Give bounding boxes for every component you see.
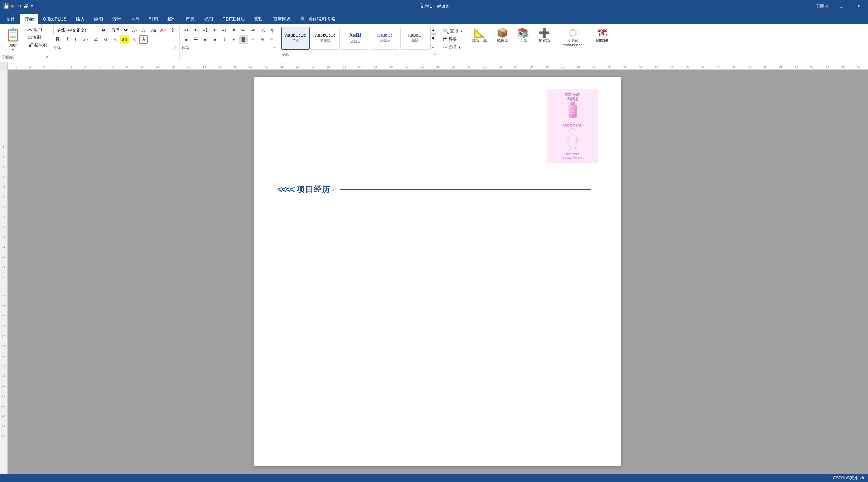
undo-icon[interactable]: ↩ bbox=[11, 3, 16, 9]
superscript-button[interactable]: x2 bbox=[101, 35, 110, 44]
image-text2: 1980 bbox=[567, 96, 578, 102]
select-button[interactable]: ⊹ 选择 ▼ bbox=[441, 44, 465, 51]
font-section: 等线 (中文正文) 五号 A+ A- Aa A✕ 文 B I U abc bbox=[51, 26, 180, 60]
multilevel-list-button[interactable]: ≡↑ bbox=[220, 26, 228, 34]
maximize-button[interactable]: □ bbox=[833, 0, 850, 12]
number-dropdown[interactable]: ▼ bbox=[211, 26, 219, 34]
decrease-indent-button[interactable]: ⇤ bbox=[239, 26, 248, 34]
font-color-button[interactable]: A bbox=[130, 35, 138, 44]
text-effect-button[interactable]: A bbox=[111, 35, 119, 44]
style-no-space[interactable]: AaBbCcDc 无间隔 bbox=[311, 27, 340, 50]
tab-design[interactable]: 设计 bbox=[108, 14, 126, 24]
replace-button[interactable]: ⇄ 替换 bbox=[441, 36, 465, 43]
clipboard-expand[interactable]: ↗ bbox=[45, 55, 49, 59]
clear-format-button[interactable]: A✕ bbox=[159, 26, 167, 34]
tab-pdf-tools[interactable]: PDF工具集 bbox=[218, 14, 250, 24]
find-button[interactable]: 🔍 查找 ▼ bbox=[441, 28, 465, 35]
italic-button[interactable]: I bbox=[63, 35, 71, 44]
paragraph-mark: ↵ bbox=[332, 187, 337, 193]
template-store-button[interactable]: 📦 模板库 bbox=[494, 26, 510, 45]
font-shrink-button[interactable]: A- bbox=[140, 26, 148, 34]
window-title: 文档1 - Word bbox=[419, 3, 449, 10]
borders-button[interactable]: ⊞ bbox=[258, 35, 267, 44]
paste-button[interactable]: 📋 粘贴 ▼ bbox=[2, 26, 24, 53]
para-row-2: ≡ ☰ ≡ ≡ ↕ ▼ ▓ ▼ ⊞ ▼ bbox=[182, 35, 276, 44]
line-spacing-dropdown[interactable]: ▼ bbox=[230, 35, 238, 44]
align-left-button[interactable]: ≡ bbox=[182, 35, 190, 44]
sort-button[interactable]: ↕A bbox=[258, 26, 267, 34]
font-family-select[interactable]: 等线 (中文正文) bbox=[53, 26, 107, 34]
line-spacing-button[interactable]: ↕ bbox=[220, 35, 228, 44]
bullet-list-button[interactable]: ≡• bbox=[182, 26, 190, 34]
multilevel-dropdown[interactable]: ▼ bbox=[230, 26, 238, 34]
highlight-button[interactable]: ab bbox=[120, 35, 129, 44]
tab-references[interactable]: 引用 bbox=[144, 14, 163, 24]
underline-button[interactable]: U bbox=[73, 35, 81, 44]
font-grow-button[interactable]: A+ bbox=[130, 26, 139, 34]
tab-officeplus[interactable]: OfficePLUS bbox=[38, 14, 71, 24]
tab-file[interactable]: 文件 bbox=[2, 14, 20, 24]
show-marks-button[interactable]: ¶ bbox=[268, 26, 276, 34]
subscript-button[interactable]: x2 bbox=[92, 35, 100, 44]
redo-icon[interactable]: ↪ bbox=[17, 3, 22, 9]
tab-opsearch[interactable]: 🔍 操作说明搜索 bbox=[296, 14, 340, 24]
document-page[interactable]: start with 1980 bbox=[254, 77, 621, 466]
doc-library-button[interactable]: 📚 文库 bbox=[515, 26, 531, 45]
document-body-space[interactable] bbox=[277, 198, 591, 313]
mindjet-button[interactable]: 🗺 Mindjet bbox=[594, 26, 611, 44]
paragraph-expand[interactable]: ↗ bbox=[273, 45, 276, 49]
font-size-select[interactable]: 五号 bbox=[108, 26, 129, 34]
tab-review[interactable]: 审阅 bbox=[181, 14, 199, 24]
bold-button[interactable]: B bbox=[53, 35, 62, 44]
para-row-1: ≡• ▼ ≡1 ▼ ≡↑ ▼ ⇤ ⇥ ↕A ¶ bbox=[182, 26, 276, 34]
tab-draw[interactable]: 绘图 bbox=[89, 14, 108, 24]
font-expand[interactable]: ↗ bbox=[174, 45, 177, 49]
align-center-button[interactable]: ☰ bbox=[191, 35, 200, 44]
tab-view[interactable]: 视图 bbox=[199, 14, 218, 24]
document-image-content: start with 1980 bbox=[547, 89, 598, 163]
save-icon[interactable]: 💾 bbox=[3, 3, 10, 9]
style-heading1[interactable]: AaBl 标题 1 bbox=[341, 27, 369, 50]
layout-tool-button[interactable]: 📐 排版工具 bbox=[470, 26, 489, 45]
borders-dropdown[interactable]: ▼ bbox=[268, 35, 276, 44]
heading-line bbox=[340, 189, 591, 190]
cut-button[interactable]: ✂ 剪切 bbox=[26, 26, 49, 33]
phonetic-button[interactable]: 文 bbox=[168, 26, 177, 34]
tab-insert[interactable]: 插入 bbox=[71, 14, 89, 24]
minimize-button[interactable]: ─ bbox=[815, 0, 833, 12]
svg-text:MISS: MISS bbox=[570, 110, 575, 112]
justify-button[interactable]: ≡ bbox=[211, 35, 219, 44]
tab-baidupan[interactable]: 百度网盘 bbox=[268, 14, 296, 24]
print-preview-icon[interactable]: 🖨 bbox=[23, 3, 29, 9]
shading-button[interactable]: ▓ bbox=[239, 35, 248, 44]
bullet-dropdown[interactable]: ▼ bbox=[191, 26, 200, 34]
format-paint-button[interactable]: 🖌 格式刷 bbox=[26, 41, 49, 49]
tab-home[interactable]: 开始 bbox=[20, 14, 38, 24]
shading-dropdown[interactable]: ▼ bbox=[249, 35, 257, 44]
border-button[interactable]: A bbox=[139, 35, 148, 44]
style-heading2[interactable]: AaBbCc 标题 2 bbox=[371, 27, 399, 50]
style-normal[interactable]: AaBbCcDc 正文 bbox=[281, 27, 310, 50]
styles-scroll-down[interactable]: ▼ bbox=[430, 34, 436, 42]
strikethrough-button[interactable]: abc bbox=[82, 35, 91, 44]
customize-icon[interactable]: ▼ bbox=[30, 4, 34, 8]
perfume-bottle-svg: MISS DION bbox=[563, 102, 582, 124]
close-button[interactable]: ✕ bbox=[850, 0, 868, 12]
cut-icon: ✂ bbox=[28, 27, 32, 32]
styles-expand[interactable]: ⌄ bbox=[430, 43, 436, 50]
tab-help[interactable]: 帮助 bbox=[250, 14, 268, 24]
copy-button[interactable]: ⧉ 复制 bbox=[26, 34, 49, 41]
increase-indent-button[interactable]: ⇥ bbox=[249, 26, 257, 34]
styles-expand-btn[interactable]: ↗ bbox=[433, 52, 436, 56]
document-image[interactable]: start with 1980 bbox=[547, 89, 598, 163]
mindmanager-button[interactable]: ⬡ 发送到MindManager bbox=[557, 26, 589, 49]
tab-mail[interactable]: 邮件 bbox=[163, 14, 181, 24]
style-heading3[interactable]: AaBbC 标题 bbox=[400, 27, 429, 50]
number-list-button[interactable]: ≡1 bbox=[201, 26, 209, 34]
add-section-button[interactable]: ➕ 加载项 bbox=[536, 26, 552, 45]
align-right-button[interactable]: ≡ bbox=[201, 35, 209, 44]
tab-layout[interactable]: 布局 bbox=[126, 14, 144, 24]
change-case-button[interactable]: Aa bbox=[149, 26, 158, 34]
main-layout: 💾 ↩ ↪ 🖨 ▼ 文档1 - Word 子豪 向 ─ □ ✕ 文件 开始 Of… bbox=[0, 0, 868, 482]
styles-scroll-up[interactable]: ▲ bbox=[430, 26, 436, 34]
